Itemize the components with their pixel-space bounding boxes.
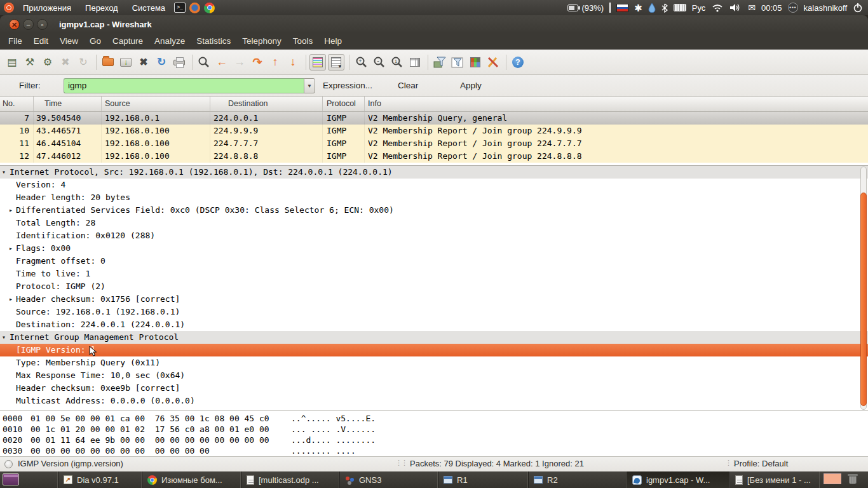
profile-status[interactable]: Profile: Default xyxy=(734,459,788,468)
detail-line[interactable]: Header length: 20 bytes xyxy=(0,191,868,204)
workspace-switcher[interactable] xyxy=(3,473,19,485)
taskbar-item-multicast-odp[interactable]: [multicast.odp ... xyxy=(240,471,339,488)
expander-icon[interactable]: ▾ xyxy=(2,166,10,179)
print-icon[interactable] xyxy=(171,54,187,71)
mail-icon[interactable]: ✉ xyxy=(748,3,756,12)
menu-help[interactable]: Help xyxy=(318,33,348,50)
filter-dropdown-button[interactable]: ▼ xyxy=(304,78,315,93)
col-header-source[interactable]: Source xyxy=(102,97,210,111)
menu-edit[interactable]: Edit xyxy=(28,33,54,50)
notifier-icon[interactable]: ✱ xyxy=(634,3,642,13)
detail-line[interactable]: Fragment offset: 0 xyxy=(0,255,868,268)
capture-options-icon[interactable]: ⚒ xyxy=(22,54,38,71)
firefox-launcher-icon[interactable] xyxy=(189,3,200,13)
detail-line[interactable]: Total Length: 28 xyxy=(0,217,868,229)
open-file-icon[interactable] xyxy=(100,54,116,71)
menu-view[interactable]: View xyxy=(54,33,84,50)
packet-row[interactable]: 10 43.446571 192.168.0.100 224.9.9.9 IGM… xyxy=(0,125,868,137)
detail-line[interactable]: Destination: 224.0.0.1 (224.0.0.1) xyxy=(0,318,868,331)
menu-capture[interactable]: Capture xyxy=(107,33,149,50)
packet-row[interactable]: 11 46.445104 192.168.0.100 224.7.7.7 IGM… xyxy=(0,137,868,150)
russian-flag-icon[interactable] xyxy=(616,4,628,12)
wifi-icon[interactable] xyxy=(711,3,724,12)
menu-tools[interactable]: Tools xyxy=(287,33,319,50)
menu-analyze[interactable]: Analyze xyxy=(149,33,191,50)
keyboard-icon[interactable] xyxy=(674,4,686,11)
detail-line[interactable]: Version: 4 xyxy=(0,179,868,191)
go-to-bottom-icon[interactable]: ↓ xyxy=(285,54,301,71)
bluetooth-icon[interactable] xyxy=(661,3,668,13)
expander-icon[interactable]: ▸ xyxy=(9,204,17,217)
hex-line[interactable]: 003000 00 00 00 00 00 00 00 00 00 00 00.… xyxy=(0,445,868,456)
menu-file[interactable]: File xyxy=(3,33,28,50)
close-file-icon[interactable]: ✖ xyxy=(135,54,152,71)
menu-go[interactable]: Go xyxy=(84,33,107,50)
taskbar-item-r2[interactable]: R2 xyxy=(527,471,626,488)
session-chat-icon[interactable]: ••• xyxy=(788,3,798,13)
expander-icon[interactable]: ▾ xyxy=(2,331,10,344)
apply-button[interactable]: Apply xyxy=(460,81,482,90)
hex-line[interactable]: 001000 1c 01 20 00 00 01 02 17 56 c0 a8 … xyxy=(0,424,868,435)
capture-start-icon[interactable]: ⚙ xyxy=(39,54,56,71)
col-header-protocol[interactable]: Protocol xyxy=(323,97,365,111)
detail-line[interactable]: ▸Differentiated Services Field: 0xc0 (DS… xyxy=(0,204,868,217)
zoom-100-icon[interactable]: 1 xyxy=(389,54,405,71)
water-drop-icon[interactable] xyxy=(648,3,656,13)
taskbar-item-chrome-tab[interactable]: Изюмные бом... xyxy=(141,471,240,488)
reload-icon[interactable]: ↻ xyxy=(153,54,170,71)
col-header-no[interactable]: No. xyxy=(0,97,34,111)
detail-line[interactable]: Multicast Address: 0.0.0.0 (0.0.0.0) xyxy=(0,395,868,407)
detail-line[interactable]: Header checksum: 0xee9b [correct] xyxy=(0,382,868,395)
coloring-rules-icon[interactable] xyxy=(467,54,484,71)
power-icon[interactable] xyxy=(853,3,863,13)
auto-scroll-toggle[interactable] xyxy=(328,54,344,71)
filter-input[interactable] xyxy=(64,78,304,93)
capture-restart-icon[interactable]: ↻ xyxy=(75,54,92,71)
clear-button[interactable]: Clear xyxy=(398,81,418,90)
battery-indicator[interactable]: (93%) xyxy=(567,3,604,13)
hex-line[interactable]: 000001 00 5e 00 00 01 ca 00 76 35 00 1c … xyxy=(0,413,868,424)
detail-line[interactable]: Type: Membership Query (0x11) xyxy=(0,356,868,369)
zoom-in-icon[interactable]: + xyxy=(353,54,370,71)
window-close-button[interactable]: ✕ xyxy=(9,19,20,30)
volume-icon[interactable] xyxy=(729,3,742,12)
keyboard-layout-label[interactable]: Рус xyxy=(692,3,706,13)
go-to-top-icon[interactable]: ↑ xyxy=(267,54,283,71)
col-header-time[interactable]: Time xyxy=(34,97,102,111)
detail-line[interactable]: ▸Header checksum: 0x1756 [correct] xyxy=(0,293,868,306)
username[interactable]: kalashnikoff xyxy=(804,3,847,13)
window-minimize-button[interactable]: – xyxy=(23,19,34,30)
detail-line[interactable]: Time to live: 1 xyxy=(0,268,868,280)
window-maximize-button[interactable]: ▫ xyxy=(37,19,48,30)
help-icon[interactable]: ? xyxy=(510,54,526,71)
taskbar-item-untitled-doc[interactable]: [Без имени 1 - ... xyxy=(729,471,820,488)
zoom-out-icon[interactable]: - xyxy=(371,54,388,71)
menu-applications[interactable]: Приложения xyxy=(18,3,76,13)
detail-line[interactable]: ▾Internet Protocol, Src: 192.168.0.1 (19… xyxy=(0,166,868,179)
go-forward-icon[interactable]: → xyxy=(231,54,248,71)
col-header-destination[interactable]: Destination xyxy=(210,97,323,111)
detail-line[interactable]: Protocol: IGMP (2) xyxy=(0,280,868,293)
packet-row[interactable]: 12 47.446012 192.168.0.100 224.8.8.8 IGM… xyxy=(0,150,868,163)
find-packet-icon[interactable] xyxy=(196,54,212,71)
taskbar-item-gns3[interactable]: GNS3 xyxy=(339,471,437,488)
menu-statistics[interactable]: Statistics xyxy=(191,33,236,50)
preferences-icon[interactable] xyxy=(485,54,501,71)
ubuntu-logo-icon[interactable] xyxy=(4,3,14,13)
display-filter-icon[interactable] xyxy=(449,54,466,71)
expression-button[interactable]: Expression... xyxy=(323,81,372,90)
capture-stop-icon[interactable]: ✖ xyxy=(57,54,74,71)
trash-icon[interactable] xyxy=(848,473,858,485)
go-to-packet-icon[interactable]: ↷ xyxy=(249,54,266,71)
chrome-launcher-icon[interactable] xyxy=(204,3,215,13)
menu-places[interactable]: Переход xyxy=(80,3,123,13)
detail-line[interactable]: ▸Flags: 0x00 xyxy=(0,242,868,255)
expander-icon[interactable]: ▸ xyxy=(9,293,17,306)
window-titlebar[interactable]: ✕ – ▫ igmpv1.cap - Wireshark xyxy=(0,15,868,33)
detail-line[interactable]: Max Response Time: 10,0 sec (0x64) xyxy=(0,369,868,382)
taskbar-item-dia[interactable]: ↗ Dia v0.97.1 xyxy=(57,471,141,488)
colorize-toggle[interactable] xyxy=(309,54,326,71)
menu-system[interactable]: Система xyxy=(127,3,170,13)
list-interfaces-icon[interactable]: ▤ xyxy=(4,54,20,71)
expert-info-icon[interactable] xyxy=(4,460,13,468)
